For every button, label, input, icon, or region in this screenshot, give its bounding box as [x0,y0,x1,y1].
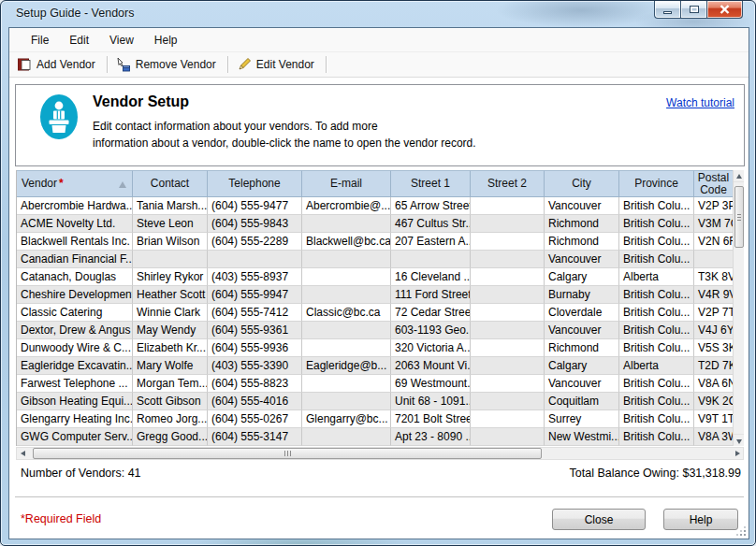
table-cell[interactable] [133,251,208,268]
horizontal-scrollbar[interactable] [16,447,744,460]
table-cell[interactable]: (604) 555-9947 [208,286,302,304]
minimize-button[interactable] [654,1,680,19]
table-cell[interactable]: Abercrombie@... [302,197,391,215]
table-cell[interactable]: V9K 2O5 [694,393,734,410]
table-cell[interactable]: V4J 6Y9 [694,322,734,339]
table-cell[interactable]: British Colu... [619,286,694,304]
table-cell[interactable]: Vancouver [545,251,619,268]
table-cell[interactable]: Richmond [545,233,619,251]
table-cell[interactable]: Alberta [619,357,694,375]
table-cell[interactable]: Blackwell@bc.ca [302,233,391,251]
table-cell[interactable]: 69 Westmount... [391,375,471,393]
table-row[interactable]: Farwest Telephone ...Morgan Tem...(604) … [17,375,744,393]
table-row[interactable]: Gibson Heating Equi...Scott Gibson(604) … [17,393,744,410]
table-cell[interactable]: Unit 68 - 1091... [391,393,471,410]
table-cell[interactable]: Eagleridge Excavatin... [17,357,133,375]
menu-item-edit[interactable]: Edit [59,30,99,50]
table-cell[interactable]: (604) 555-7412 [208,304,302,322]
table-cell[interactable]: Brian Wilson [133,233,208,251]
table-cell[interactable]: (403) 555-3390 [208,357,302,375]
table-cell[interactable]: Dunwoody Wire & C... [17,339,133,357]
table-cell[interactable] [471,393,545,410]
table-cell[interactable]: Alberta [619,268,694,286]
table-cell[interactable]: T3K 8V2 [694,268,734,286]
table-cell[interactable] [391,251,471,268]
table-cell[interactable] [302,322,391,339]
table-row[interactable]: Dunwoody Wire & C...Elizabeth Kr...(604)… [17,339,744,357]
table-cell[interactable]: Heather Scott [133,286,208,304]
table-cell[interactable]: V4R 9V4 [694,286,734,304]
column-header-street-1[interactable]: Street 1 [391,170,471,197]
table-cell[interactable]: Richmond [545,339,619,357]
table-cell[interactable] [471,339,545,357]
table-cell[interactable]: British Colu... [619,393,694,410]
watch-tutorial-link[interactable]: Watch tutorial [666,96,734,109]
table-cell[interactable] [302,215,391,233]
table-cell[interactable]: V2P 3P3 [694,197,734,215]
table-cell[interactable]: Vancouver [545,375,619,393]
table-cell[interactable]: 603-1193 Geo... [391,322,471,339]
table-cell[interactable]: Dextor, Drew & Angus [17,322,133,339]
table-cell[interactable] [471,428,545,446]
table-cell[interactable]: British Colu... [619,215,694,233]
table-cell[interactable]: Elizabeth Kr... [133,339,208,357]
table-cell[interactable]: V5S 3K1 [694,339,734,357]
scroll-up-icon[interactable] [734,170,744,182]
table-cell[interactable]: Tania Marsh... [133,197,208,215]
table-cell[interactable]: Classic@bc.ca [302,304,391,322]
table-cell[interactable]: Canadian Financial F... [17,251,133,268]
table-cell[interactable]: Romeo Jorg... [133,410,208,428]
table-cell[interactable]: (403) 555-8937 [208,268,302,286]
table-cell[interactable] [302,286,391,304]
table-row[interactable]: Dextor, Drew & AngusMay Wendy(604) 555-9… [17,322,744,339]
table-cell[interactable]: Blackwell Rentals Inc. [17,233,133,251]
table-cell[interactable]: Glengarry@bc... [302,410,391,428]
table-cell[interactable]: (604) 555-9936 [208,339,302,357]
table-cell[interactable]: Calgary [545,268,619,286]
table-cell[interactable]: Richmond [545,215,619,233]
table-cell[interactable] [694,251,734,268]
table-row[interactable]: ACME Novelty Ltd.Steve Leon(604) 555-984… [17,215,744,233]
table-cell[interactable]: Catanach, Douglas [17,268,133,286]
table-cell[interactable] [471,286,545,304]
table-cell[interactable]: ACME Novelty Ltd. [17,215,133,233]
table-cell[interactable]: (604) 555-4016 [208,393,302,410]
table-cell[interactable] [302,375,391,393]
table-cell[interactable]: British Colu... [619,339,694,357]
menu-item-file[interactable]: File [21,30,59,50]
vertical-scrollbar-thumb[interactable] [734,186,744,248]
table-cell[interactable] [471,215,545,233]
table-cell[interactable]: (604) 555-8823 [208,375,302,393]
table-cell[interactable] [302,268,391,286]
table-row[interactable]: Abercrombie Hardwa...Tania Marsh...(604)… [17,197,744,215]
table-cell[interactable]: Coquitlam [545,393,619,410]
table-cell[interactable]: 16 Cleveland ... [391,268,471,286]
table-cell[interactable]: British Colu... [619,251,694,268]
table-cell[interactable]: V8A 6N4 [694,375,734,393]
table-cell[interactable]: (604) 555-9843 [208,215,302,233]
table-cell[interactable]: (604) 555-0267 [208,410,302,428]
table-cell[interactable] [302,393,391,410]
table-cell[interactable]: 207 Eastern A... [391,233,471,251]
table-cell[interactable]: Scott Gibson [133,393,208,410]
table-cell[interactable]: Gibson Heating Equi... [17,393,133,410]
table-cell[interactable]: Farwest Telephone ... [17,375,133,393]
table-row[interactable]: Eagleridge Excavatin...Mary Wolfe(403) 5… [17,357,744,375]
table-cell[interactable] [302,251,391,268]
horizontal-scrollbar-thumb[interactable] [33,448,542,459]
table-row[interactable]: Cheshire DevelopmentHeather Scott(604) 5… [17,286,744,304]
table-row[interactable]: Catanach, DouglasShirley Rykor(403) 555-… [17,268,744,286]
table-cell[interactable]: Shirley Rykor [133,268,208,286]
table-cell[interactable]: T2D 7K0 [694,357,734,375]
column-header-contact[interactable]: Contact [133,170,208,197]
table-cell[interactable] [471,410,545,428]
add-vendor-button[interactable]: Add Vendor [13,55,103,74]
table-cell[interactable] [471,233,545,251]
close-window-button[interactable] [707,1,743,19]
table-cell[interactable]: Cloverdale [545,304,619,322]
table-cell[interactable]: Vancouver [545,197,619,215]
table-cell[interactable]: Calgary [545,357,619,375]
column-header-telephone[interactable]: Telephone [208,170,302,197]
table-cell[interactable]: Morgan Tem... [133,375,208,393]
table-cell[interactable]: British Colu... [619,304,694,322]
